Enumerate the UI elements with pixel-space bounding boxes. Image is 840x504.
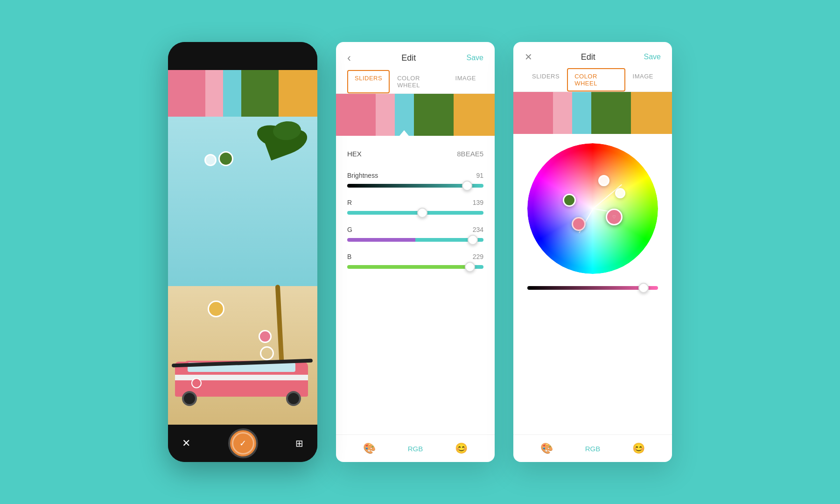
g-track[interactable]: [347, 238, 483, 242]
phone-palette-pink[interactable]: [168, 70, 205, 117]
cw-footer-left-icon[interactable]: 🎨: [540, 442, 553, 455]
brightness-header: Brightness 91: [347, 172, 483, 179]
phone-palette-green[interactable]: [241, 70, 279, 117]
phone-mockup: ✕ ✓ ⊞: [168, 42, 317, 462]
cw-palette-light-pink[interactable]: [553, 92, 572, 134]
wheel-dot-pink[interactable]: [572, 217, 586, 231]
brightness-value: 91: [476, 172, 483, 179]
hex-label: HEX: [347, 150, 362, 158]
tab-colorwheel-active[interactable]: COLOR WHEEL: [567, 68, 625, 91]
close-x-button[interactable]: ✕: [525, 51, 532, 63]
g-header: G 234: [347, 226, 483, 233]
palette-pink[interactable]: [336, 94, 376, 136]
colorwheel-panel: ✕ Edit Save SLIDERS COLOR WHEEL IMAGE: [513, 42, 672, 462]
color-wheel-area: ♡: [513, 134, 672, 434]
r-value: 139: [473, 199, 483, 206]
palette-orange[interactable]: [454, 94, 495, 136]
cw-palette-green[interactable]: [591, 92, 631, 134]
r-header: R 139: [347, 199, 483, 206]
sliders-panel: ‹ Edit Save SLIDERS COLOR WHEEL IMAGE HE…: [336, 42, 495, 462]
phone-palette-teal[interactable]: [223, 70, 241, 117]
palette-light-pink[interactable]: [376, 94, 395, 136]
b-track[interactable]: [347, 265, 483, 269]
colorwheel-panel-header: ✕ Edit Save: [513, 42, 672, 68]
b-header: B 229: [347, 253, 483, 260]
g-label: G: [347, 226, 352, 233]
b-thumb[interactable]: [465, 262, 475, 272]
wheel-dot-white1[interactable]: [598, 175, 609, 186]
cw-footer-rgb-button[interactable]: RGB: [585, 445, 601, 453]
palette-green[interactable]: [414, 94, 454, 136]
g-slider-group: G 234: [347, 226, 483, 242]
brightness-thumb[interactable]: [462, 181, 472, 191]
tab-colorwheel-inactive[interactable]: COLOR WHEEL: [390, 70, 448, 93]
colorwheel-palette: [513, 92, 672, 134]
r-thumb[interactable]: [417, 208, 427, 218]
dot-white[interactable]: [204, 154, 217, 166]
dot-green[interactable]: [218, 151, 233, 166]
r-slider-group: R 139: [347, 199, 483, 215]
brightness-track[interactable]: [347, 184, 483, 188]
vw-logo: [191, 378, 202, 388]
tab-image[interactable]: IMAGE: [448, 70, 483, 93]
sliders-panel-header: ‹ Edit Save: [336, 42, 495, 70]
wheel-dot-green[interactable]: [563, 194, 576, 207]
wheel-dot-white2[interactable]: [615, 188, 625, 198]
wheel-right: [286, 391, 301, 406]
phone-bottom-bar: ✕ ✓ ⊞: [168, 425, 317, 462]
hex-value: 8BEAE5: [457, 150, 483, 158]
colorwheel-footer: 🎨 RGB 😊: [513, 434, 672, 462]
palette-teal-selected[interactable]: [395, 94, 414, 136]
g-value: 234: [473, 226, 483, 233]
brightness-slider-track[interactable]: [527, 286, 658, 290]
close-button[interactable]: ✕: [182, 437, 190, 449]
brightness-slider-group: Brightness 91: [347, 172, 483, 188]
sliders-palette: [336, 94, 495, 136]
hex-row: HEX 8BEAE5: [347, 145, 483, 158]
cw-palette-orange[interactable]: [631, 92, 672, 134]
r-label: R: [347, 199, 352, 206]
phone-top-bar: [168, 42, 317, 70]
confirm-icon: ✓: [239, 438, 246, 448]
color-wheel-wrapper[interactable]: ♡: [527, 143, 658, 274]
footer-right-icon[interactable]: 😊: [455, 442, 468, 455]
tab-sliders[interactable]: SLIDERS: [347, 70, 390, 93]
sliders-content: HEX 8BEAE5 Brightness 91 R 139: [336, 136, 495, 434]
phone-image-area: [168, 117, 317, 425]
sliders-panel-title: Edit: [401, 53, 416, 63]
footer-rgb-button[interactable]: RGB: [408, 445, 423, 453]
b-label: B: [347, 253, 351, 260]
cw-palette-pink[interactable]: [513, 92, 553, 134]
cw-palette-teal[interactable]: [572, 92, 591, 134]
r-track[interactable]: [347, 211, 483, 215]
shutter-button[interactable]: ✓: [228, 428, 258, 458]
dot-outline[interactable]: [260, 346, 274, 360]
sliders-footer: 🎨 RGB 😊: [336, 434, 495, 462]
footer-left-icon[interactable]: 🎨: [363, 442, 376, 455]
tab-sliders-inactive[interactable]: SLIDERS: [525, 68, 567, 91]
dot-yellow[interactable]: [208, 301, 224, 317]
save-button[interactable]: Save: [467, 54, 483, 62]
wheel-left: [182, 391, 197, 406]
brightness-slider-row: [523, 286, 663, 290]
phone-palette-strip: [168, 70, 317, 117]
dot-pink[interactable]: [259, 330, 272, 343]
tab-image-inactive[interactable]: IMAGE: [625, 68, 661, 91]
colorwheel-panel-title: Edit: [581, 52, 595, 62]
brightness-slider-thumb[interactable]: [638, 283, 649, 293]
b-value: 229: [473, 253, 483, 260]
shutter-inner: ✓: [232, 432, 254, 455]
phone-palette-orange[interactable]: [279, 70, 317, 117]
brightness-label: Brightness: [347, 172, 378, 179]
wheel-dot-selected[interactable]: ♡: [606, 209, 623, 225]
back-button[interactable]: ‹: [347, 51, 351, 64]
phone-palette-light-pink[interactable]: [205, 70, 223, 117]
colorwheel-save-button[interactable]: Save: [644, 53, 661, 61]
g-thumb[interactable]: [468, 235, 478, 245]
sliders-tab-bar: SLIDERS COLOR WHEEL IMAGE: [336, 70, 495, 94]
b-slider-group: B 229: [347, 253, 483, 269]
colorwheel-tab-bar: SLIDERS COLOR WHEEL IMAGE: [513, 68, 672, 92]
cw-footer-right-icon[interactable]: 😊: [632, 442, 645, 455]
gallery-button[interactable]: ⊞: [295, 438, 303, 449]
